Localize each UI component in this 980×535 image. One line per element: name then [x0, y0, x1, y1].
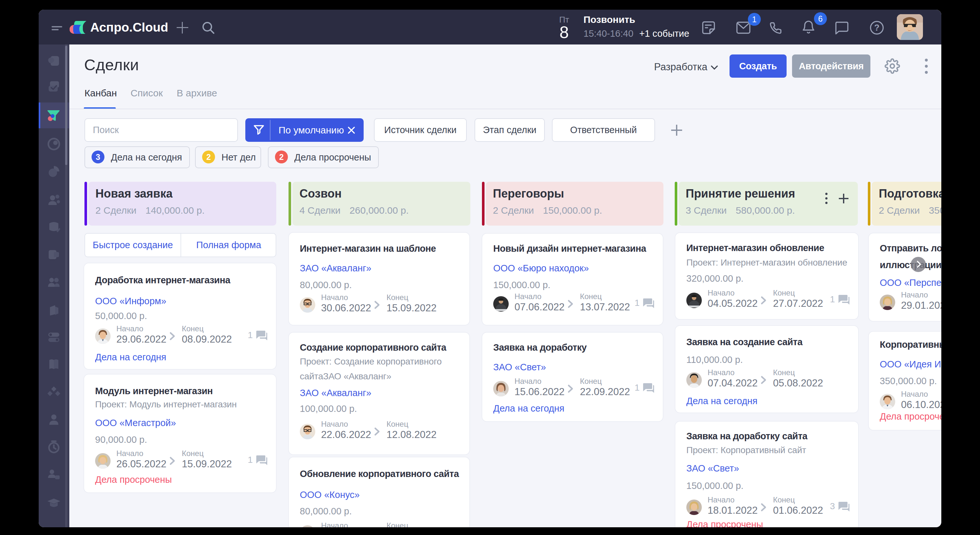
svg-text:?: ?: [874, 23, 880, 33]
